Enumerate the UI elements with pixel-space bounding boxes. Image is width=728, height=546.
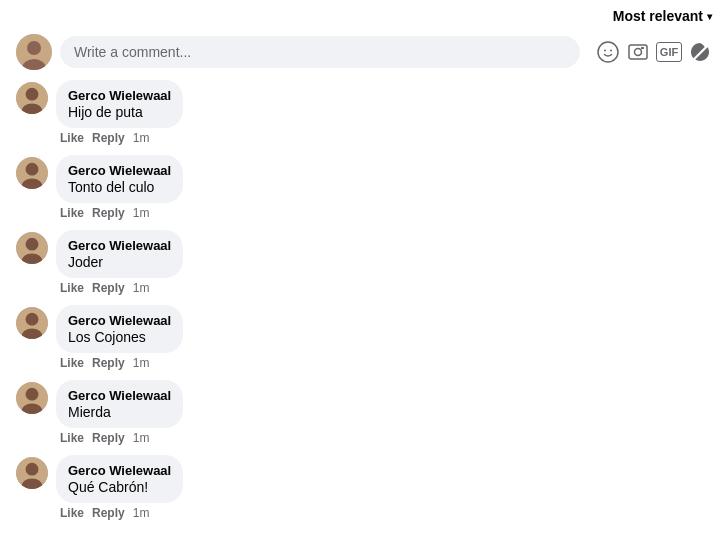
comment-item: Gerco Wielewaal Joder Like Reply 1m bbox=[16, 230, 712, 303]
sort-label-text: Most relevant bbox=[613, 8, 703, 24]
commenter-avatar bbox=[16, 82, 48, 114]
comment-text: Hijo de puta bbox=[68, 104, 171, 120]
comment-text: Qué Cabrón! bbox=[68, 479, 171, 495]
commenter-avatar bbox=[16, 157, 48, 189]
comment-time: 1m bbox=[133, 131, 150, 145]
comment-time: 1m bbox=[133, 506, 150, 520]
comment-author: Gerco Wielewaal bbox=[68, 463, 171, 478]
comment-bubble: Gerco Wielewaal Qué Cabrón! bbox=[56, 455, 183, 503]
comment-body: Gerco Wielewaal Tonto del culo Like Repl… bbox=[56, 155, 183, 228]
commenter-avatar bbox=[16, 307, 48, 339]
reply-button[interactable]: Reply bbox=[92, 506, 125, 520]
comment-body: Gerco Wielewaal Los Cojones Like Reply 1… bbox=[56, 305, 183, 378]
comment-author: Gerco Wielewaal bbox=[68, 88, 171, 103]
comment-item: Gerco Wielewaal Qué Cabrón! Like Reply 1… bbox=[16, 455, 712, 528]
comment-time: 1m bbox=[133, 281, 150, 295]
svg-point-16 bbox=[26, 238, 39, 251]
sort-button[interactable]: Most relevant ▾ bbox=[613, 8, 712, 24]
comment-item: Gerco Wielewaal Mierda Like Reply 1m bbox=[16, 380, 712, 453]
svg-rect-8 bbox=[641, 47, 644, 49]
comment-time: 1m bbox=[133, 206, 150, 220]
comment-bubble: Gerco Wielewaal Tonto del culo bbox=[56, 155, 183, 203]
comment-time: 1m bbox=[133, 431, 150, 445]
comment-bubble: Gerco Wielewaal Los Cojones bbox=[56, 305, 183, 353]
svg-point-7 bbox=[635, 49, 642, 56]
input-icons: GIF bbox=[596, 40, 712, 64]
current-user-avatar bbox=[16, 34, 52, 70]
comment-row: Gerco Wielewaal Hijo de puta Like Reply … bbox=[16, 80, 712, 153]
like-button[interactable]: Like bbox=[60, 206, 84, 220]
commenter-avatar bbox=[16, 457, 48, 489]
svg-point-3 bbox=[598, 42, 618, 62]
comment-author: Gerco Wielewaal bbox=[68, 163, 171, 178]
comment-text: Mierda bbox=[68, 404, 171, 420]
comment-text: Tonto del culo bbox=[68, 179, 171, 195]
comment-actions: Like Reply 1m bbox=[56, 428, 183, 453]
comment-author: Gerco Wielewaal bbox=[68, 238, 171, 253]
comment-actions: Like Reply 1m bbox=[56, 503, 183, 528]
reply-button[interactable]: Reply bbox=[92, 131, 125, 145]
commenter-avatar bbox=[16, 382, 48, 414]
chevron-down-icon: ▾ bbox=[707, 11, 712, 22]
comment-input[interactable]: Write a comment... bbox=[60, 36, 580, 68]
comment-row: Gerco Wielewaal Qué Cabrón! Like Reply 1… bbox=[16, 455, 712, 528]
top-bar: Most relevant ▾ bbox=[0, 0, 728, 28]
comment-author: Gerco Wielewaal bbox=[68, 313, 171, 328]
reply-button[interactable]: Reply bbox=[92, 356, 125, 370]
comment-item: Gerco Wielewaal Los Cojones Like Reply 1… bbox=[16, 305, 712, 378]
commenter-avatar bbox=[16, 232, 48, 264]
comment-actions: Like Reply 1m bbox=[56, 128, 183, 153]
svg-point-25 bbox=[26, 463, 39, 476]
like-button[interactable]: Like bbox=[60, 431, 84, 445]
comment-body: Gerco Wielewaal Qué Cabrón! Like Reply 1… bbox=[56, 455, 183, 528]
svg-point-13 bbox=[26, 163, 39, 176]
comment-text: Los Cojones bbox=[68, 329, 171, 345]
comments-list: Gerco Wielewaal Hijo de puta Like Reply … bbox=[0, 80, 728, 528]
emoji-icon[interactable] bbox=[596, 40, 620, 64]
comment-author: Gerco Wielewaal bbox=[68, 388, 171, 403]
comment-row: Gerco Wielewaal Joder Like Reply 1m bbox=[16, 230, 712, 303]
comment-actions: Like Reply 1m bbox=[56, 353, 183, 378]
svg-point-5 bbox=[610, 50, 612, 52]
comment-body: Gerco Wielewaal Joder Like Reply 1m bbox=[56, 230, 183, 303]
reply-button[interactable]: Reply bbox=[92, 206, 125, 220]
comment-item: Gerco Wielewaal Tonto del culo Like Repl… bbox=[16, 155, 712, 228]
comment-time: 1m bbox=[133, 356, 150, 370]
comment-row: Gerco Wielewaal Tonto del culo Like Repl… bbox=[16, 155, 712, 228]
reply-button[interactable]: Reply bbox=[92, 431, 125, 445]
comment-actions: Like Reply 1m bbox=[56, 203, 183, 228]
like-button[interactable]: Like bbox=[60, 281, 84, 295]
svg-rect-6 bbox=[629, 45, 647, 59]
comment-body: Gerco Wielewaal Hijo de puta Like Reply … bbox=[56, 80, 183, 153]
sticker-icon[interactable] bbox=[688, 40, 712, 64]
svg-point-4 bbox=[604, 50, 606, 52]
gif-icon[interactable]: GIF bbox=[656, 42, 682, 62]
comment-item: Gerco Wielewaal Hijo de puta Like Reply … bbox=[16, 80, 712, 153]
svg-point-19 bbox=[26, 313, 39, 326]
comment-row: Gerco Wielewaal Los Cojones Like Reply 1… bbox=[16, 305, 712, 378]
photo-icon[interactable] bbox=[626, 40, 650, 64]
comment-text: Joder bbox=[68, 254, 171, 270]
comment-actions: Like Reply 1m bbox=[56, 278, 183, 303]
comment-bubble: Gerco Wielewaal Hijo de puta bbox=[56, 80, 183, 128]
svg-point-10 bbox=[26, 88, 39, 101]
comment-input-area: Write a comment... GIF bbox=[0, 28, 728, 80]
like-button[interactable]: Like bbox=[60, 356, 84, 370]
comment-bubble: Gerco Wielewaal Joder bbox=[56, 230, 183, 278]
comment-row: Gerco Wielewaal Mierda Like Reply 1m bbox=[16, 380, 712, 453]
like-button[interactable]: Like bbox=[60, 506, 84, 520]
comment-bubble: Gerco Wielewaal Mierda bbox=[56, 380, 183, 428]
reply-button[interactable]: Reply bbox=[92, 281, 125, 295]
comment-body: Gerco Wielewaal Mierda Like Reply 1m bbox=[56, 380, 183, 453]
svg-point-22 bbox=[26, 388, 39, 401]
like-button[interactable]: Like bbox=[60, 131, 84, 145]
comment-placeholder: Write a comment... bbox=[74, 44, 191, 60]
svg-point-1 bbox=[27, 41, 41, 55]
